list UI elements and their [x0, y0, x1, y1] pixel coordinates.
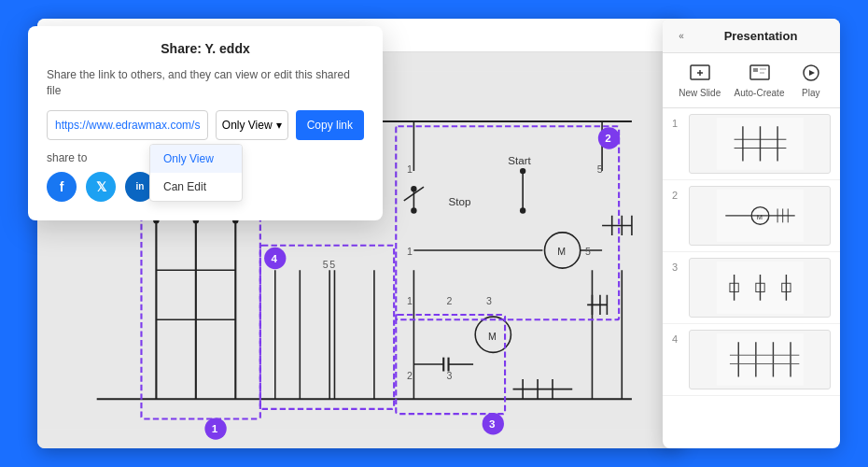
slide-thumbnail-1	[689, 114, 831, 174]
slide-number-4: 4	[672, 333, 683, 345]
share-link-row: Only View ▾ Copy link Only View Can Edit	[47, 110, 364, 140]
svg-text:M: M	[557, 246, 566, 257]
copy-link-button[interactable]: Copy link	[296, 110, 364, 140]
slide-item-4[interactable]: 4	[663, 324, 840, 396]
share-description: Share the link to others, and they can v…	[47, 67, 364, 99]
svg-text:5: 5	[597, 163, 603, 175]
svg-text:3: 3	[486, 295, 492, 306]
dropdown-chevron: ▾	[276, 119, 282, 132]
svg-text:Stop: Stop	[449, 195, 471, 207]
play-button[interactable]: Play	[798, 63, 824, 98]
svg-text:5: 5	[585, 246, 591, 257]
social-facebook[interactable]: f	[47, 172, 77, 202]
dropdown-item-only-view[interactable]: Only View	[150, 145, 242, 173]
new-slide-label: New Slide	[679, 88, 721, 98]
svg-rect-87	[760, 68, 766, 70]
svg-text:1: 1	[407, 295, 413, 306]
new-slide-icon	[687, 63, 713, 85]
slide-item-3[interactable]: 3	[663, 252, 840, 324]
svg-text:1: 1	[212, 422, 218, 434]
svg-rect-86	[753, 68, 758, 72]
svg-marker-90	[809, 70, 815, 76]
panel-collapse-button[interactable]: «	[672, 26, 691, 45]
slide-number-3: 3	[672, 262, 683, 273]
play-icon	[798, 63, 824, 85]
social-twitter[interactable]: 𝕏	[86, 172, 116, 202]
new-slide-button[interactable]: New Slide	[679, 63, 721, 98]
dropdown-item-can-edit[interactable]: Can Edit	[150, 173, 242, 201]
slide-item-2[interactable]: 2 M	[663, 180, 840, 252]
svg-text:2: 2	[407, 370, 413, 381]
play-label: Play	[802, 88, 819, 98]
svg-text:4: 4	[272, 252, 278, 264]
slides-container: 1 2 M	[663, 108, 840, 448]
svg-point-21	[411, 186, 416, 191]
share-dialog: Share: Y. eddx Share the link to others,…	[28, 26, 383, 220]
auto-create-button[interactable]: Auto-Create	[735, 63, 785, 98]
panel-actions: New Slide Auto-Create Play	[663, 53, 840, 108]
auto-create-label: Auto-Create	[735, 88, 785, 98]
share-link-input[interactable]	[47, 110, 208, 140]
view-mode-label: Only View	[222, 119, 273, 132]
auto-create-icon	[747, 63, 773, 85]
slide-thumbnail-3	[689, 258, 831, 318]
svg-point-26	[520, 168, 525, 174]
slide-thumbnail-4	[689, 330, 831, 389]
svg-text:M: M	[488, 331, 497, 342]
svg-text:3: 3	[446, 370, 452, 381]
svg-text:1: 1	[407, 246, 413, 257]
svg-rect-88	[760, 72, 764, 74]
right-panel: « Presentation New Slide	[663, 19, 840, 448]
svg-text:2: 2	[605, 132, 611, 144]
slide-item-1[interactable]: 1	[663, 108, 840, 180]
svg-text:M: M	[756, 213, 762, 221]
svg-text:Start: Start	[508, 154, 531, 166]
slide-thumbnail-2: M	[689, 186, 831, 246]
svg-text:5: 5	[323, 259, 329, 270]
svg-text:1: 1	[407, 163, 413, 175]
share-dialog-title: Share: Y. eddx	[47, 41, 364, 56]
slide-number-1: 1	[672, 118, 683, 129]
panel-title: Presentation	[691, 29, 831, 43]
right-panel-header: « Presentation	[663, 19, 840, 53]
svg-text:2: 2	[446, 295, 452, 306]
svg-point-27	[520, 207, 525, 213]
view-dropdown-menu: Only View Can Edit	[149, 144, 243, 202]
slide-number-2: 2	[672, 190, 683, 201]
view-mode-dropdown[interactable]: Only View ▾	[216, 110, 288, 140]
svg-text:5: 5	[329, 259, 335, 270]
svg-text:3: 3	[489, 417, 496, 430]
svg-point-23	[411, 207, 416, 213]
